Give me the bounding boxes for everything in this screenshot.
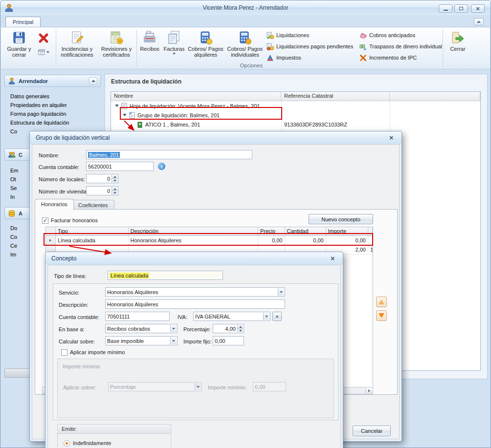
incrementos-ipc-item[interactable]: Incrementos de IPC [359, 54, 417, 62]
spin-down-icon[interactable] [238, 328, 243, 332]
cerrar-button[interactable]: Cerrar [445, 28, 470, 65]
col-tipo[interactable]: Tipo [56, 227, 129, 235]
sidebar-item-datos-generales[interactable]: Datos generales [10, 92, 49, 100]
impuestos-item[interactable]: Impuestos [267, 54, 301, 62]
grid-row-linea-calculada[interactable]: Línea calculada Honorarios Alquileres 0,… [46, 236, 373, 245]
tab-principal[interactable]: Principal [5, 17, 41, 27]
chevron-down-icon[interactable] [263, 313, 269, 320]
importe-fijo-label: Importe fijo: [183, 337, 211, 346]
aplicar-importe-minimo-label: Aplicar importe mínimo [70, 348, 125, 357]
expander-icon[interactable] [123, 114, 127, 116]
sidebar-item[interactable]: Co [10, 233, 17, 241]
clear-iva-button[interactable]: × [272, 312, 282, 321]
iva-combo[interactable]: IVA GENERAL [193, 312, 270, 321]
row-indicator-icon [49, 239, 51, 242]
panel-arrendador-header[interactable]: Arrendador [4, 75, 101, 87]
col-importe[interactable]: Importe [326, 227, 368, 235]
cobros-pagos-alquileres-button[interactable]: Cobros/ Pagos alquileres [187, 28, 224, 65]
servicio-combo[interactable]: Honorarios Alquileres [105, 287, 285, 297]
cobros-anticipados-item[interactable]: Cobros anticipados [359, 31, 415, 39]
tipo-linea-input[interactable]: Línea calculada [108, 271, 223, 280]
move-down-button[interactable] [376, 310, 387, 321]
restore-button[interactable] [454, 4, 468, 13]
col-cantidad[interactable]: Cantidad [285, 227, 326, 235]
traspasos-item[interactable]: Traspasos de dinero individual [359, 43, 442, 50]
tree-column-referencia[interactable]: Referencia Catastral [281, 92, 390, 101]
eliminar-button[interactable] [33, 28, 54, 65]
aplicar-sobre-combo: Porcentaje [108, 382, 202, 391]
liquidaciones-item[interactable]: Liquidaciones [267, 31, 309, 39]
cancelar-button[interactable]: Cancelar [353, 426, 391, 436]
indefinidamente-radio[interactable] [64, 440, 70, 447]
calcular-sobre-label: Calcular sobre: [59, 337, 95, 346]
facturas-button[interactable]: Facturas [162, 28, 186, 65]
col-descripcion[interactable]: Descripción [129, 227, 258, 235]
nuevo-concepto-button[interactable]: Nuevo concepto [309, 214, 373, 224]
spin-up-icon[interactable] [112, 175, 117, 178]
close-button[interactable]: × [471, 4, 485, 13]
en-base-a-label: En base a: [59, 325, 85, 334]
spin-up-icon[interactable] [238, 325, 243, 328]
chevron-down-icon [46, 51, 49, 53]
sidebar-item-propiedades[interactable]: Propiedades en alquiler [10, 101, 67, 109]
sidebar-item-truncated[interactable]: Co [10, 128, 17, 135]
num-viviendas-stepper[interactable]: 0 [86, 186, 118, 195]
importe-minimo-group-title: Importe mínimo [63, 362, 100, 371]
tree-column-nombre[interactable]: Nombre [111, 92, 281, 101]
tree-row-atico[interactable]: ATICO 1 , Balmes, 201 9133603DF2893C1033… [111, 120, 480, 129]
spin-up-icon[interactable] [112, 187, 117, 191]
cuenta-contable-input[interactable]: 56200001 [86, 162, 154, 171]
tree-row-grupo[interactable]: Grupo de liquidación: Balmes, 201 [111, 110, 480, 120]
sidebar-item-estructura[interactable]: Estructura de liquidación [10, 119, 69, 127]
calcular-sobre-combo[interactable]: Base imponible [105, 336, 178, 345]
num-locales-stepper[interactable]: 0 [86, 174, 118, 183]
chevron-down-icon[interactable] [278, 288, 284, 296]
panel-collapse-button[interactable] [89, 77, 97, 85]
sidebar-item[interactable]: Do [10, 224, 17, 232]
chevron-down-icon[interactable] [170, 337, 177, 344]
revisiones-button[interactable]: Revisiones y certificados [97, 28, 135, 65]
descripcion-input[interactable]: Honorarios Alquileres [105, 299, 285, 309]
move-up-button[interactable] [376, 297, 387, 307]
dialog-close-icon[interactable]: × [328, 255, 337, 262]
cuenta-contable-input[interactable]: 70501111 [105, 312, 170, 321]
info-icon[interactable]: i [158, 163, 165, 170]
liquidaciones-pendientes-item[interactable]: Liquidaciones pagos pendientes [267, 43, 353, 50]
cobros-pagos-individuales-button[interactable]: Cobros/ Pagos individuales [225, 28, 265, 65]
delete-x-icon [38, 32, 49, 44]
sidebar-item[interactable]: Im [10, 251, 16, 258]
porcentaje-stepper[interactable]: 4,00 [213, 324, 244, 333]
revisiones-icon [109, 30, 124, 45]
tab-coeficientes[interactable]: Coeficientes [72, 200, 114, 210]
tree-column-extra[interactable] [390, 92, 480, 101]
importe-fijo-input[interactable]: 0,00 [213, 336, 244, 345]
aplicar-importe-minimo-checkbox[interactable] [61, 349, 67, 356]
scroll-right-icon[interactable] [365, 387, 373, 394]
sidebar-item-forma-pago[interactable]: Forma pago liquidación [10, 110, 66, 118]
recibos-button[interactable]: Recibos [138, 28, 161, 65]
sidebar-item[interactable]: In [10, 193, 15, 201]
sidebar-item[interactable]: Se [10, 184, 17, 192]
expander-icon[interactable] [115, 105, 119, 107]
spin-down-icon[interactable] [112, 191, 117, 194]
title-bar: Vicente Mora Perez - Arrendador × [0, 0, 491, 15]
ribbon-tab-row: Principal [0, 15, 491, 27]
sidebar-item[interactable]: Ce [10, 242, 17, 250]
en-base-a-combo[interactable]: Recibos cobrados [105, 324, 178, 333]
facturar-honorarios-checkbox[interactable]: ✓ [42, 217, 48, 224]
view-dropdown-button[interactable] [38, 49, 49, 56]
dialog-close-icon[interactable]: × [387, 134, 396, 142]
chevron-down-icon[interactable] [170, 325, 177, 332]
chevron-down-icon [173, 53, 176, 55]
spin-down-icon[interactable] [112, 178, 117, 182]
incidencias-button[interactable]: Incidencias y notificaciones [58, 28, 96, 65]
tab-honorarios[interactable]: Honorarios [35, 199, 74, 210]
minimize-button[interactable] [439, 4, 452, 13]
nombre-input[interactable]: Balmes, 201 [86, 150, 252, 159]
col-precio[interactable]: Precio [258, 227, 285, 235]
tree-row-hoja[interactable]: Hoja de liquidación: Vicente Mora Perez … [111, 101, 480, 110]
sidebar-item[interactable]: Ot [10, 175, 16, 183]
guardar-cerrar-button[interactable]: Guardar y cerrar [6, 28, 32, 65]
ribbon-collapse-button[interactable] [474, 18, 484, 25]
sidebar-item[interactable]: Em [10, 167, 19, 174]
